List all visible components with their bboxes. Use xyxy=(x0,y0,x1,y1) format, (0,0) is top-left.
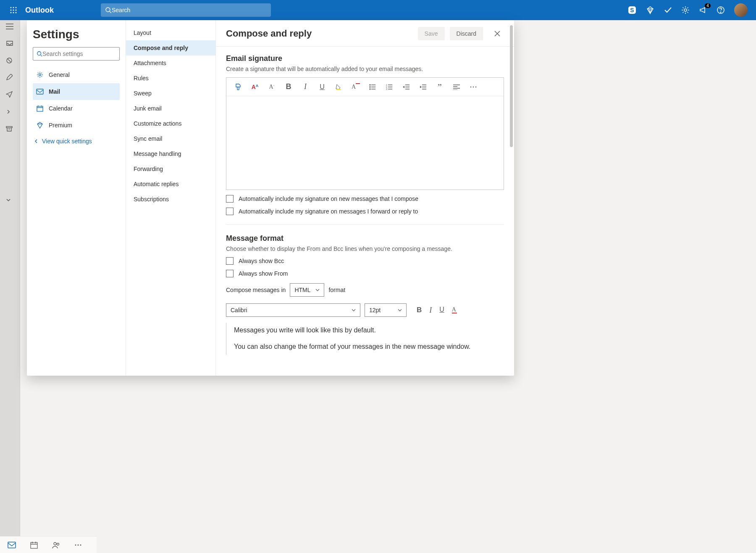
svg-rect-18 xyxy=(8,542,16,548)
chevron-down-icon xyxy=(398,309,402,311)
email-signature-section: Email signature Create a signature that … xyxy=(226,47,504,215)
font-color-icon[interactable]: A xyxy=(452,306,457,315)
category-label: Mail xyxy=(49,88,60,95)
scrollbar-thumb[interactable] xyxy=(510,46,513,147)
always-show-bcc-checkbox[interactable]: Always show Bcc xyxy=(226,257,504,265)
font-family-dropdown[interactable]: Calibri xyxy=(226,303,360,317)
preview-line-1: Messages you write will look like this b… xyxy=(234,324,504,337)
settings-detail-panel: Compose and reply Save Discard Email sig… xyxy=(216,20,514,376)
subnav-rules[interactable]: Rules xyxy=(126,71,215,86)
svg-point-33 xyxy=(370,89,370,90)
detail-body: Email signature Create a signature that … xyxy=(216,46,514,376)
format-painter-icon[interactable] xyxy=(234,83,242,91)
diamond-icon[interactable] xyxy=(646,6,654,14)
app-launcher-button[interactable] xyxy=(3,0,24,20)
svg-point-1 xyxy=(13,7,14,8)
chevron-left-icon xyxy=(34,139,39,144)
signature-toolbar: AA A◦ B I U A 123 ” xyxy=(226,78,504,96)
divider xyxy=(226,224,504,225)
discard-button[interactable]: Discard xyxy=(450,27,483,40)
topbar-actions: S 4 xyxy=(627,3,753,17)
font-size-icon[interactable]: A◦ xyxy=(268,84,276,90)
svg-point-3 xyxy=(10,10,12,11)
signature-include-reply-checkbox[interactable]: Automatically include my signature on me… xyxy=(226,208,504,215)
bold-icon[interactable]: B xyxy=(417,306,422,315)
subnav-automatic-replies[interactable]: Automatic replies xyxy=(126,176,215,192)
category-general[interactable]: General xyxy=(33,66,120,83)
bold-icon[interactable]: B xyxy=(284,82,293,91)
subnav-layout[interactable]: Layout xyxy=(126,25,215,40)
global-search[interactable] xyxy=(101,3,271,17)
category-calendar[interactable]: Calendar xyxy=(33,100,120,117)
profile-avatar[interactable] xyxy=(734,3,748,17)
svg-point-15 xyxy=(720,12,721,13)
people-module-icon[interactable] xyxy=(52,541,60,549)
subnav-sync-email[interactable]: Sync email xyxy=(126,131,215,146)
subnav-subscriptions[interactable]: Subscriptions xyxy=(126,192,215,207)
more-modules-icon[interactable] xyxy=(75,544,81,546)
bullets-icon[interactable] xyxy=(368,84,377,90)
more-formatting-icon[interactable] xyxy=(469,86,478,88)
underline-icon[interactable]: U xyxy=(318,83,326,91)
announcement-badge: 4 xyxy=(705,3,711,8)
category-label: Premium xyxy=(49,122,72,129)
chevron-down-icon xyxy=(315,289,320,291)
subnav-junk-email[interactable]: Junk email xyxy=(126,101,215,116)
compose-format-dropdown[interactable]: HTML xyxy=(290,283,324,297)
svg-point-25 xyxy=(37,52,41,55)
signature-editor[interactable]: AA A◦ B I U A 123 ” xyxy=(226,77,504,190)
calendar-module-icon[interactable] xyxy=(30,541,38,549)
subnav-customize-actions[interactable]: Customize actions xyxy=(126,116,215,131)
default-font-row: Calibri 12pt B I U A xyxy=(226,303,504,317)
announcements-icon[interactable]: 4 xyxy=(699,6,707,14)
settings-search[interactable] xyxy=(33,47,120,61)
svg-point-38 xyxy=(473,86,474,87)
italic-icon[interactable]: I xyxy=(429,306,432,315)
checkbox-icon xyxy=(226,257,234,265)
indent-icon[interactable] xyxy=(419,84,427,90)
settings-search-input[interactable] xyxy=(42,50,116,57)
help-icon[interactable] xyxy=(717,6,725,14)
format-desc: Choose whether to display the From and B… xyxy=(226,245,504,252)
settings-category-list: General Mail Calendar Premium xyxy=(33,66,120,134)
skype-icon[interactable]: S xyxy=(627,5,637,15)
svg-rect-29 xyxy=(37,106,43,111)
outdent-icon[interactable] xyxy=(402,84,410,90)
font-icon[interactable]: AA xyxy=(251,84,259,90)
highlight-icon[interactable] xyxy=(335,84,343,90)
settings-gear-icon[interactable] xyxy=(681,6,690,14)
signature-include-new-checkbox[interactable]: Automatically include my signature on ne… xyxy=(226,195,504,203)
mail-module-icon[interactable] xyxy=(8,542,16,548)
numbering-icon[interactable]: 123 xyxy=(385,84,394,90)
quote-icon[interactable]: ” xyxy=(436,82,444,92)
font-size-dropdown[interactable]: 12pt xyxy=(365,303,407,317)
subnav-message-handling[interactable]: Message handling xyxy=(126,146,215,161)
view-quick-settings-link[interactable]: View quick settings xyxy=(33,138,120,145)
signature-desc: Create a signature that will be automati… xyxy=(226,66,504,72)
detail-title: Compose and reply xyxy=(226,28,418,39)
settings-title: Settings xyxy=(33,28,120,41)
font-color-icon[interactable]: A xyxy=(352,84,360,90)
always-show-from-checkbox[interactable]: Always show From xyxy=(226,270,504,277)
subnav-sweep[interactable]: Sweep xyxy=(126,86,215,101)
underline-icon[interactable]: U xyxy=(439,306,444,315)
mail-icon xyxy=(36,89,44,95)
checkbox-icon xyxy=(226,208,234,215)
italic-icon[interactable]: I xyxy=(301,82,310,91)
svg-point-23 xyxy=(78,544,79,545)
subnav-forwarding[interactable]: Forwarding xyxy=(126,161,215,176)
global-search-input[interactable] xyxy=(112,7,267,13)
task-check-icon[interactable] xyxy=(664,6,672,14)
detail-header: Compose and reply Save Discard xyxy=(216,20,514,46)
compose-suffix-label: format xyxy=(328,287,345,293)
category-premium[interactable]: Premium xyxy=(33,117,120,134)
waffle-icon xyxy=(10,7,17,13)
close-button[interactable] xyxy=(491,27,504,40)
svg-point-27 xyxy=(39,74,41,76)
align-icon[interactable] xyxy=(452,84,461,90)
subnav-attachments[interactable]: Attachments xyxy=(126,55,215,71)
svg-point-4 xyxy=(13,10,14,11)
save-button[interactable]: Save xyxy=(418,27,445,40)
subnav-compose-and-reply[interactable]: Compose and reply xyxy=(126,40,215,55)
category-mail[interactable]: Mail xyxy=(33,83,120,100)
